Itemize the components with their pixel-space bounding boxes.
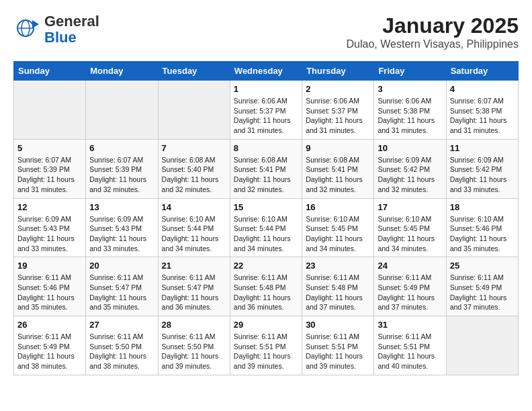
calendar-subtitle: Dulao, Western Visayas, Philippines (347, 38, 519, 50)
calendar-week-4: 19Sunrise: 6:11 AMSunset: 5:46 PMDayligh… (14, 257, 519, 316)
calendar-cell: 5Sunrise: 6:07 AMSunset: 5:39 PMDaylight… (14, 139, 86, 198)
day-detail: Sunrise: 6:06 AMSunset: 5:37 PMDaylight:… (234, 96, 298, 136)
calendar-cell: 24Sunrise: 6:11 AMSunset: 5:49 PMDayligh… (374, 257, 446, 316)
day-detail: Sunrise: 6:10 AMSunset: 5:44 PMDaylight:… (162, 214, 226, 254)
calendar-week-2: 5Sunrise: 6:07 AMSunset: 5:39 PMDaylight… (14, 139, 519, 198)
day-number: 7 (162, 143, 226, 153)
day-detail: Sunrise: 6:09 AMSunset: 5:42 PMDaylight:… (450, 155, 515, 195)
logo-blue-text: Blue (44, 29, 77, 46)
calendar-title: January 2025 (347, 13, 519, 38)
calendar-cell: 11Sunrise: 6:09 AMSunset: 5:42 PMDayligh… (446, 139, 518, 198)
day-detail: Sunrise: 6:11 AMSunset: 5:47 PMDaylight:… (89, 273, 154, 312)
calendar-cell: 14Sunrise: 6:10 AMSunset: 5:44 PMDayligh… (158, 198, 230, 257)
day-number: 2 (306, 84, 370, 94)
day-detail: Sunrise: 6:07 AMSunset: 5:38 PMDaylight:… (450, 96, 515, 136)
day-number: 20 (89, 261, 154, 271)
calendar-cell: 1Sunrise: 6:06 AMSunset: 5:37 PMDaylight… (230, 81, 302, 140)
calendar-cell: 6Sunrise: 6:07 AMSunset: 5:39 PMDaylight… (86, 139, 158, 198)
calendar-cell: 18Sunrise: 6:10 AMSunset: 5:46 PMDayligh… (446, 198, 518, 257)
calendar-cell: 28Sunrise: 6:11 AMSunset: 5:50 PMDayligh… (158, 316, 230, 375)
day-detail: Sunrise: 6:11 AMSunset: 5:48 PMDaylight:… (234, 273, 298, 312)
calendar-cell: 8Sunrise: 6:08 AMSunset: 5:41 PMDaylight… (230, 139, 302, 198)
calendar-week-1: 1Sunrise: 6:06 AMSunset: 5:37 PMDaylight… (14, 81, 519, 140)
header-monday: Monday (86, 62, 158, 81)
calendar-cell: 17Sunrise: 6:10 AMSunset: 5:45 PMDayligh… (374, 198, 446, 257)
header-saturday: Saturday (446, 62, 518, 81)
day-detail: Sunrise: 6:06 AMSunset: 5:38 PMDaylight:… (378, 96, 442, 136)
day-number: 11 (450, 143, 515, 153)
day-detail: Sunrise: 6:11 AMSunset: 5:47 PMDaylight:… (162, 273, 226, 312)
calendar-cell: 23Sunrise: 6:11 AMSunset: 5:48 PMDayligh… (302, 257, 374, 316)
calendar-cell: 10Sunrise: 6:09 AMSunset: 5:42 PMDayligh… (374, 139, 446, 198)
day-number: 19 (17, 261, 82, 271)
day-detail: Sunrise: 6:11 AMSunset: 5:46 PMDaylight:… (17, 273, 82, 312)
calendar-cell: 30Sunrise: 6:11 AMSunset: 5:51 PMDayligh… (302, 316, 374, 375)
day-number: 21 (162, 261, 226, 271)
calendar-cell: 9Sunrise: 6:08 AMSunset: 5:41 PMDaylight… (302, 139, 374, 198)
day-detail: Sunrise: 6:09 AMSunset: 5:43 PMDaylight:… (89, 214, 154, 254)
day-number: 24 (378, 261, 442, 271)
calendar-cell (158, 81, 230, 140)
day-detail: Sunrise: 6:09 AMSunset: 5:42 PMDaylight:… (378, 155, 442, 195)
day-number: 3 (378, 84, 442, 94)
day-number: 1 (234, 84, 298, 94)
day-detail: Sunrise: 6:07 AMSunset: 5:39 PMDaylight:… (17, 155, 82, 195)
day-number: 4 (450, 84, 515, 94)
day-detail: Sunrise: 6:11 AMSunset: 5:49 PMDaylight:… (450, 273, 515, 312)
calendar-cell: 25Sunrise: 6:11 AMSunset: 5:49 PMDayligh… (446, 257, 518, 316)
day-number: 16 (306, 202, 370, 212)
day-number: 6 (89, 143, 154, 153)
day-detail: Sunrise: 6:11 AMSunset: 5:50 PMDaylight:… (89, 332, 154, 371)
day-number: 25 (450, 261, 515, 271)
calendar-cell (446, 316, 518, 375)
calendar-cell: 22Sunrise: 6:11 AMSunset: 5:48 PMDayligh… (230, 257, 302, 316)
header-sunday: Sunday (14, 62, 86, 81)
calendar-week-5: 26Sunrise: 6:11 AMSunset: 5:49 PMDayligh… (14, 316, 519, 375)
logo-general-text: General (44, 13, 99, 30)
calendar-cell: 26Sunrise: 6:11 AMSunset: 5:49 PMDayligh… (14, 316, 86, 375)
day-detail: Sunrise: 6:07 AMSunset: 5:39 PMDaylight:… (89, 155, 154, 195)
calendar-cell: 2Sunrise: 6:06 AMSunset: 5:37 PMDaylight… (302, 81, 374, 140)
day-detail: Sunrise: 6:08 AMSunset: 5:41 PMDaylight:… (306, 155, 370, 195)
calendar-cell (86, 81, 158, 140)
day-number: 31 (378, 320, 442, 330)
day-number: 23 (306, 261, 370, 271)
calendar-cell: 15Sunrise: 6:10 AMSunset: 5:44 PMDayligh… (230, 198, 302, 257)
day-detail: Sunrise: 6:10 AMSunset: 5:45 PMDaylight:… (306, 214, 370, 254)
calendar-cell: 12Sunrise: 6:09 AMSunset: 5:43 PMDayligh… (14, 198, 86, 257)
day-detail: Sunrise: 6:10 AMSunset: 5:44 PMDaylight:… (234, 214, 298, 254)
calendar-cell: 7Sunrise: 6:08 AMSunset: 5:40 PMDaylight… (158, 139, 230, 198)
title-block: January 2025 Dulao, Western Visayas, Phi… (347, 13, 519, 50)
calendar-cell (14, 81, 86, 140)
day-number: 17 (378, 202, 442, 212)
day-number: 13 (89, 202, 154, 212)
calendar-cell: 21Sunrise: 6:11 AMSunset: 5:47 PMDayligh… (158, 257, 230, 316)
day-detail: Sunrise: 6:09 AMSunset: 5:43 PMDaylight:… (17, 214, 82, 254)
day-number: 27 (89, 320, 154, 330)
calendar-table: SundayMondayTuesdayWednesdayThursdayFrid… (13, 61, 519, 375)
header-tuesday: Tuesday (158, 62, 230, 81)
day-detail: Sunrise: 6:11 AMSunset: 5:51 PMDaylight:… (378, 332, 442, 371)
day-detail: Sunrise: 6:08 AMSunset: 5:41 PMDaylight:… (234, 155, 298, 195)
day-number: 29 (234, 320, 298, 330)
header-wednesday: Wednesday (230, 62, 302, 81)
day-number: 8 (234, 143, 298, 153)
calendar-cell: 3Sunrise: 6:06 AMSunset: 5:38 PMDaylight… (374, 81, 446, 140)
day-detail: Sunrise: 6:11 AMSunset: 5:49 PMDaylight:… (378, 273, 442, 312)
calendar-cell: 19Sunrise: 6:11 AMSunset: 5:46 PMDayligh… (14, 257, 86, 316)
day-number: 18 (450, 202, 515, 212)
logo: General Blue (13, 13, 99, 46)
day-number: 5 (17, 143, 82, 153)
calendar-cell: 27Sunrise: 6:11 AMSunset: 5:50 PMDayligh… (86, 316, 158, 375)
day-number: 28 (162, 320, 226, 330)
calendar-week-3: 12Sunrise: 6:09 AMSunset: 5:43 PMDayligh… (14, 198, 519, 257)
day-number: 26 (17, 320, 82, 330)
day-detail: Sunrise: 6:08 AMSunset: 5:40 PMDaylight:… (162, 155, 226, 195)
calendar-cell: 31Sunrise: 6:11 AMSunset: 5:51 PMDayligh… (374, 316, 446, 375)
day-number: 10 (378, 143, 442, 153)
day-number: 30 (306, 320, 370, 330)
day-detail: Sunrise: 6:11 AMSunset: 5:51 PMDaylight:… (234, 332, 298, 371)
day-number: 15 (234, 202, 298, 212)
day-detail: Sunrise: 6:11 AMSunset: 5:51 PMDaylight:… (306, 332, 370, 371)
page-header: General Blue January 2025 Dulao, Western… (13, 13, 519, 50)
